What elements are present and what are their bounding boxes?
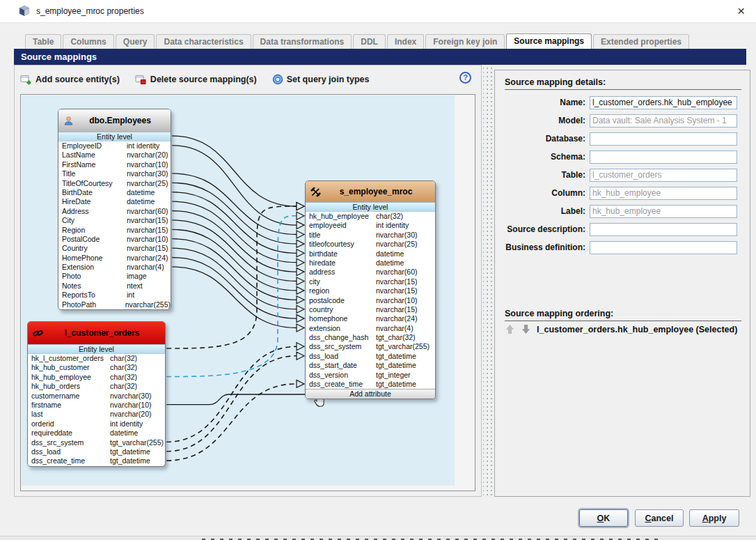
source-description-field[interactable] [590, 223, 737, 236]
tab-ddl[interactable]: DDL [353, 34, 386, 49]
attribute-row[interactable]: dss_loadtgt_datetime [28, 447, 165, 456]
attribute-row[interactable]: dss_src_systemtgt_varchar(255) [306, 342, 435, 351]
attribute-row[interactable]: orderidint identity [28, 419, 165, 429]
set-query-join-types-button[interactable]: Set query join types [272, 74, 370, 85]
attribute-row[interactable]: PostalCodenvarchar(10) [58, 235, 171, 244]
field-label: Column: [505, 188, 590, 198]
attribute-row[interactable]: dss_start_datetgt_datetime [306, 361, 435, 370]
attribute-name: extension [306, 324, 375, 333]
table-field[interactable] [590, 169, 737, 182]
split-divider[interactable] [483, 65, 492, 497]
ordering-item[interactable]: l_customer_orders.hk_hub_employee (Selec… [537, 325, 737, 334]
attribute-row[interactable]: FirstNamenvarchar(10) [58, 160, 171, 169]
attribute-row[interactable]: hk_hub_employeechar(32) [306, 212, 435, 221]
attribute-row[interactable]: dss_versiontgt_integer [306, 371, 435, 380]
attribute-row[interactable]: regionnvarchar(15) [306, 286, 435, 295]
delete-source-mapping-button[interactable]: Delete source mapping(s) [135, 74, 257, 86]
attribute-type: char(32) [109, 354, 137, 363]
attribute-row[interactable]: dss_loadtgt_datetime [306, 352, 435, 361]
tab-index[interactable]: Index [387, 34, 424, 49]
attribute-row[interactable]: dss_create_timetgt_datetime [306, 380, 435, 389]
attribute-row[interactable]: postalcodenvarchar(10) [306, 296, 435, 305]
attribute-row[interactable]: addressnvarchar(60) [306, 268, 435, 277]
tab-table[interactable]: Table [25, 34, 61, 49]
attribute-row[interactable]: Photoimage [58, 272, 171, 281]
attribute-row[interactable]: hk_l_customer_orderschar(32) [28, 354, 165, 363]
apply-button[interactable]: Apply [689, 509, 739, 527]
attribute-row[interactable]: homephonenvarchar(24) [306, 314, 435, 323]
attribute-row[interactable]: hk_hub_orderschar(32) [28, 382, 165, 391]
tab-extended-properties[interactable]: Extended properties [593, 34, 689, 49]
attribute-row[interactable]: lastnvarchar(20) [28, 410, 165, 419]
attribute-row[interactable]: countrynvarchar(15) [306, 305, 435, 314]
attribute-name: birthdate [306, 249, 375, 259]
tab-source-mappings[interactable]: Source mappings [506, 33, 592, 49]
attribute-row[interactable]: Titlenvarchar(30) [58, 169, 171, 178]
attribute-row[interactable]: TitleOfCourtesynvarchar(25) [58, 179, 171, 188]
attribute-row[interactable]: extensionnvarchar(4) [306, 324, 435, 333]
attribute-row[interactable]: hiredatedatetime [306, 259, 435, 268]
entity-employees[interactable]: dbo.EmployeesEntity levelEmployeeIDint i… [58, 109, 171, 310]
attribute-row[interactable]: employeeidint identity [306, 221, 435, 230]
name-field[interactable] [590, 96, 737, 109]
attribute-row[interactable]: Regionnvarchar(15) [58, 226, 171, 235]
attribute-row[interactable]: birthdatedatetime [306, 249, 435, 259]
model-field[interactable] [590, 114, 737, 128]
attribute-row[interactable]: customernamenvarchar(30) [28, 392, 165, 401]
attribute-row[interactable]: citynvarchar(15) [306, 277, 435, 286]
attribute-row[interactable]: hk_hub_employeechar(32) [28, 373, 165, 382]
attribute-type: nvarchar(20) [109, 410, 152, 419]
add-source-entity-button[interactable]: Add source entity(s) [20, 74, 120, 86]
attribute-type: datetime [375, 249, 404, 259]
attribute-row[interactable]: requireddatedatetime [28, 429, 165, 438]
move-up-icon[interactable] [505, 324, 515, 334]
attribute-row[interactable]: Addressnvarchar(60) [58, 207, 171, 216]
tab-columns[interactable]: Columns [63, 34, 113, 49]
close-icon[interactable]: × [737, 3, 745, 20]
column-field[interactable] [590, 187, 737, 200]
tab-data-transformations[interactable]: Data transformations [253, 34, 352, 49]
tab-foreign-key-join[interactable]: Foreign key join [425, 34, 505, 49]
attribute-row[interactable]: titleofcourtesynvarchar(25) [306, 240, 435, 249]
label-field[interactable] [590, 205, 737, 218]
attribute-row[interactable]: Countrynvarchar(15) [58, 244, 171, 253]
attribute-row[interactable]: titlenvarchar(30) [306, 231, 435, 240]
schema-field[interactable] [590, 151, 737, 164]
entity-s_employee_mroc[interactable]: s_employee_mrocEntity levelhk_hub_employ… [305, 180, 436, 399]
move-down-icon[interactable] [521, 324, 531, 334]
database-field[interactable] [590, 132, 737, 146]
attribute-type: datetime [125, 197, 155, 206]
tab-bar: TableColumnsQueryData characteristicsDat… [25, 33, 689, 49]
entity-l_customer_orders[interactable]: l_customer_ordersEntity levelhk_l_custom… [27, 321, 166, 467]
attribute-name: Region [58, 226, 125, 235]
attribute-row[interactable]: HireDatedatetime [58, 197, 171, 206]
attribute-row[interactable]: ReportsToint [58, 291, 171, 300]
add-attribute-button[interactable]: Add attribute [306, 389, 435, 399]
attribute-row[interactable]: hk_hub_customerchar(32) [28, 363, 165, 372]
business-definition-field[interactable] [590, 241, 737, 254]
attribute-row[interactable]: Notesntext [58, 281, 171, 291]
attribute-name: Extension [58, 263, 125, 272]
attribute-row[interactable]: dss_change_hashtgt_char(32) [306, 333, 435, 342]
attribute-name: hiredate [306, 259, 375, 268]
ok-button[interactable]: OK [579, 509, 628, 527]
attribute-row[interactable]: HomePhonenvarchar(24) [58, 254, 171, 263]
tab-query[interactable]: Query [116, 34, 155, 49]
attribute-row[interactable]: Citynvarchar(15) [58, 216, 171, 225]
attribute-row[interactable]: BirthDatedatetime [58, 188, 171, 197]
section-header-bar: Source mappings [14, 49, 746, 65]
attribute-row[interactable]: dss_src_systemtgt_varchar(255) [28, 438, 165, 447]
attribute-name: dss_load [306, 352, 375, 361]
help-icon[interactable]: ? [459, 72, 471, 84]
attribute-row[interactable]: LastNamenvarchar(20) [58, 151, 171, 160]
attribute-type: nvarchar(4) [375, 324, 414, 333]
attribute-row[interactable]: dss_create_timetgt_datetime [28, 456, 165, 465]
tab-data-characteristics[interactable]: Data characteristics [156, 34, 251, 49]
attribute-row[interactable]: PhotoPathnvarchar(255) [58, 300, 171, 309]
attribute-name: dss_change_hash [306, 333, 375, 342]
diagram-canvas[interactable]: dbo.EmployeesEntity levelEmployeeIDint i… [22, 95, 455, 486]
cancel-button[interactable]: Cancel [635, 509, 684, 527]
attribute-row[interactable]: EmployeeIDint identity [58, 141, 171, 151]
attribute-row[interactable]: firstnamenvarchar(10) [28, 401, 165, 410]
attribute-row[interactable]: Extensionnvarchar(4) [58, 263, 171, 272]
